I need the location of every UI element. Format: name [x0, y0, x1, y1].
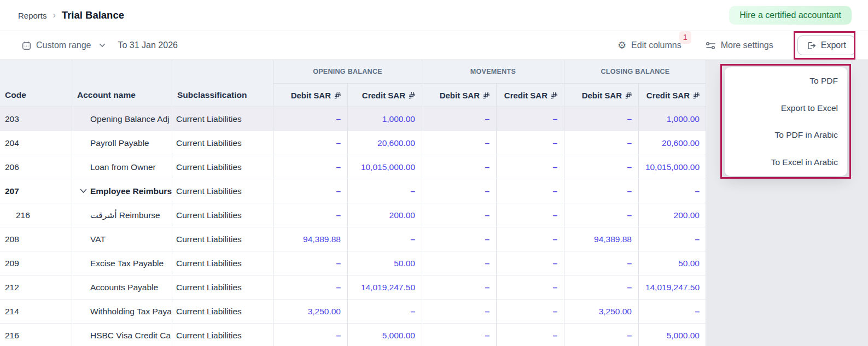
table-row[interactable]: 209Excise Tax PayableCurrent Liabilities…: [0, 251, 706, 275]
column-header-opening-credit: Credit SAR: [347, 84, 422, 107]
cell-value: –: [552, 114, 557, 124]
column-header-subclassification: Subclassification: [172, 60, 273, 107]
opening-credit-cell: –: [347, 179, 422, 203]
opening-debit-cell: –: [273, 275, 347, 299]
opening-credit-cell: –: [347, 227, 422, 251]
table-row[interactable]: 216HSBC Visa Credit CaCurrent Liabilitie…: [0, 324, 706, 346]
more-settings-button[interactable]: More settings: [706, 40, 773, 50]
opening-debit-cell: –: [273, 251, 347, 275]
closing-debit-cell: –: [564, 324, 638, 346]
account-name-cell: أشرقت Reimburse: [72, 203, 172, 227]
closing-debit-cell: –: [564, 131, 638, 155]
cell-text: Opening Balance Adj: [90, 114, 170, 124]
page-title: Trial Balance: [62, 9, 124, 21]
closing-credit-cell: –: [638, 179, 706, 203]
column-header-opening-debit: Debit SAR: [273, 84, 347, 107]
opening-credit-cell: 20,600.00: [347, 131, 422, 155]
export-menu-item[interactable]: To Excel in Arabic: [725, 149, 847, 176]
cell-value: –: [485, 162, 490, 172]
closing-debit-cell: –: [564, 251, 638, 275]
export-label: Export: [821, 40, 846, 50]
account-name-cell: Excise Tax Payable: [72, 251, 172, 275]
cell-value: –: [336, 283, 341, 292]
code-cell: 203: [0, 107, 72, 131]
opening-debit-cell: 94,389.88: [273, 227, 347, 251]
cell-text: Current Liabilities: [176, 283, 242, 292]
report-toolbar: Custom range To 31 Jan 2026 ⚙ Edit colum…: [0, 32, 868, 60]
cell-text: Current Liabilities: [176, 186, 242, 196]
cell-value: –: [695, 186, 700, 196]
cell-value: 10,015,000.00: [361, 162, 415, 172]
subclassification-cell: Current Liabilities: [172, 107, 273, 131]
cell-value: 1,000.00: [667, 114, 700, 124]
table-row[interactable]: 208VATCurrent Liabilities94,389.88–––94,…: [0, 227, 706, 251]
code-cell: 208: [0, 227, 72, 251]
breadcrumb-separator-icon: ›: [53, 10, 56, 20]
cell-value: –: [336, 114, 341, 124]
export-button[interactable]: Export: [797, 36, 855, 55]
cell-value: –: [695, 307, 700, 316]
movement-credit-cell: –: [496, 203, 564, 227]
chevron-down-icon[interactable]: [80, 189, 87, 193]
cell-text: Current Liabilities: [176, 162, 242, 172]
export-menu-item[interactable]: To PDF: [725, 67, 847, 95]
cell-text: Current Liabilities: [176, 307, 242, 316]
group-header-movements: MOVEMENTS: [422, 60, 564, 84]
opening-credit-cell: 50.00: [347, 251, 422, 275]
column-header-closing-debit: Debit SAR: [564, 84, 638, 107]
cell-value: –: [485, 283, 490, 292]
cell-value: –: [627, 186, 632, 196]
cell-value: –: [336, 331, 341, 341]
hire-accountant-button[interactable]: Hire a certified accountant: [729, 6, 852, 25]
edit-columns-button[interactable]: ⚙ Edit columns 1: [617, 40, 681, 50]
table-row[interactable]: 212Accounts PayableCurrent Liabilities–1…: [0, 275, 706, 300]
edit-columns-label: Edit columns: [631, 40, 681, 50]
column-header-code: Code: [0, 60, 72, 107]
cell-value: –: [552, 259, 557, 268]
chevron-down-icon: [99, 43, 106, 48]
movement-debit-cell: –: [422, 275, 496, 299]
movement-credit-cell: –: [496, 131, 564, 155]
account-name-cell: Withholding Tax Paya: [72, 300, 172, 323]
cell-text: 204: [5, 138, 19, 148]
date-range-selector[interactable]: Custom range: [22, 40, 106, 50]
opening-debit-cell: –: [273, 155, 347, 179]
export-menu-item[interactable]: To PDF in Arabic: [725, 122, 847, 149]
cell-value: –: [552, 210, 557, 220]
cell-value: 3,250.00: [599, 307, 632, 316]
closing-debit-cell: 3,250.00: [564, 300, 638, 323]
movement-credit-cell: –: [496, 300, 564, 323]
closing-credit-cell: 1,000.00: [638, 107, 706, 131]
table-row[interactable]: 203Opening Balance AdjCurrent Liabilitie…: [0, 107, 706, 131]
table-row[interactable]: 206Loan from OwnerCurrent Liabilities–10…: [0, 155, 706, 179]
cell-text: 212: [5, 283, 19, 292]
saudi-riyal-icon: [693, 92, 700, 99]
table-row[interactable]: 214Withholding Tax PayaCurrent Liabiliti…: [0, 300, 706, 324]
cell-value: 10,015,000.00: [645, 162, 700, 172]
cell-value: 50.00: [678, 259, 700, 268]
cell-text: VAT: [90, 234, 106, 244]
cell-value: 50.00: [394, 259, 415, 268]
table-row[interactable]: 207Employee ReimburseCurrent Liabilities…: [0, 179, 706, 203]
closing-credit-cell: –: [638, 300, 706, 323]
movement-debit-cell: –: [422, 131, 496, 155]
breadcrumb-reports-link[interactable]: Reports: [18, 11, 47, 20]
table-row[interactable]: 204Payroll PayableCurrent Liabilities–20…: [0, 131, 706, 155]
cell-text: 203: [5, 114, 19, 124]
cell-value: –: [485, 259, 490, 268]
closing-debit-cell: 94,389.88: [564, 227, 638, 251]
cell-value: –: [485, 307, 490, 316]
table-row[interactable]: 216أشرقت ReimburseCurrent Liabilities–20…: [0, 203, 706, 227]
export-menu-item[interactable]: Export to Excel: [725, 95, 847, 122]
saudi-riyal-icon: [334, 92, 341, 99]
movement-credit-cell: –: [496, 251, 564, 275]
group-header-closing-balance: CLOSING BALANCE: [564, 60, 706, 84]
cell-value: 14,019,247.50: [361, 283, 415, 292]
code-cell: 212: [0, 275, 72, 299]
cell-value: –: [336, 138, 341, 148]
closing-credit-cell: 20,600.00: [638, 131, 706, 155]
movement-debit-cell: –: [422, 107, 496, 131]
closing-debit-cell: –: [564, 179, 638, 203]
cell-text: 216: [16, 210, 30, 220]
cell-text: 216: [5, 331, 19, 341]
